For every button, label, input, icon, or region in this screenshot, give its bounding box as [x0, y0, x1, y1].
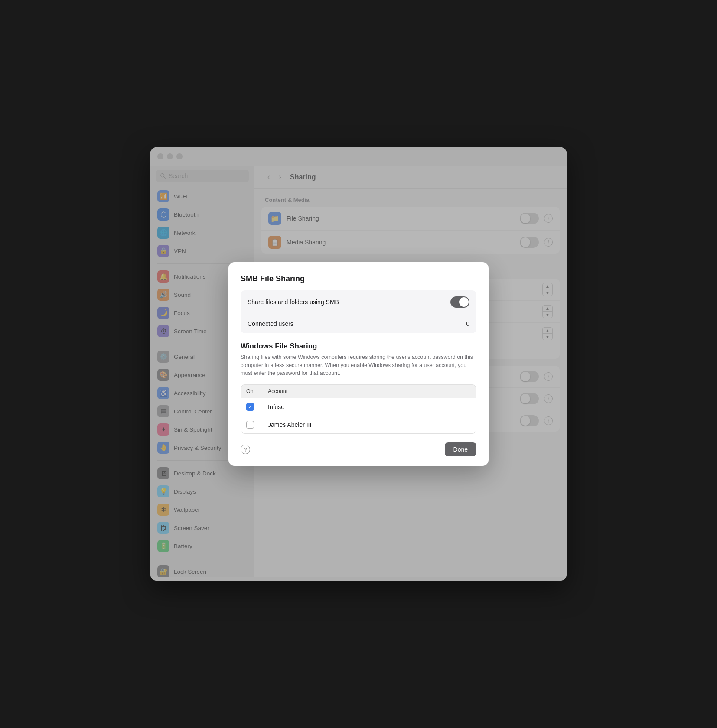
- smb-section: Share files and folders using SMB Connec…: [241, 290, 476, 333]
- windows-title: Windows File Sharing: [241, 342, 476, 351]
- windows-sharing-section: Windows File Sharing Sharing files with …: [241, 342, 476, 434]
- modal-title: SMB File Sharing: [241, 274, 476, 283]
- modal-overlay: SMB File Sharing Share files and folders…: [150, 147, 567, 581]
- done-button[interactable]: Done: [445, 442, 476, 456]
- account-infuse: Infuse: [268, 403, 471, 410]
- col-account-header: Account: [268, 388, 471, 394]
- mac-window: Search 📶 Wi-Fi ⬡ Bluetooth 🌐 Network 🔒 V…: [150, 147, 567, 581]
- windows-users-table: On Account Infuse James Abeler III: [241, 384, 476, 434]
- checkbox-infuse[interactable]: [246, 403, 268, 411]
- smb-modal: SMB File Sharing Share files and folders…: [228, 262, 489, 466]
- smb-connected-label: Connected users: [248, 320, 466, 327]
- help-button[interactable]: ?: [241, 445, 250, 454]
- modal-footer: ? Done: [241, 442, 476, 456]
- smb-connected-row: Connected users 0: [241, 314, 476, 333]
- checkbox-james[interactable]: [246, 421, 268, 429]
- checkbox-infuse-box[interactable]: [246, 403, 254, 411]
- smb-share-row: Share files and folders using SMB: [241, 290, 476, 314]
- checkbox-james-box[interactable]: [246, 421, 254, 429]
- table-row: James Abeler III: [241, 416, 476, 433]
- table-header: On Account: [241, 385, 476, 398]
- col-on-header: On: [246, 388, 268, 394]
- windows-description: Sharing files with some Windows computer…: [241, 353, 476, 377]
- smb-share-label: Share files and folders using SMB: [248, 299, 450, 306]
- table-row: Infuse: [241, 398, 476, 416]
- account-james: James Abeler III: [268, 421, 471, 428]
- smb-share-toggle[interactable]: [450, 296, 469, 308]
- smb-connected-value: 0: [466, 320, 469, 327]
